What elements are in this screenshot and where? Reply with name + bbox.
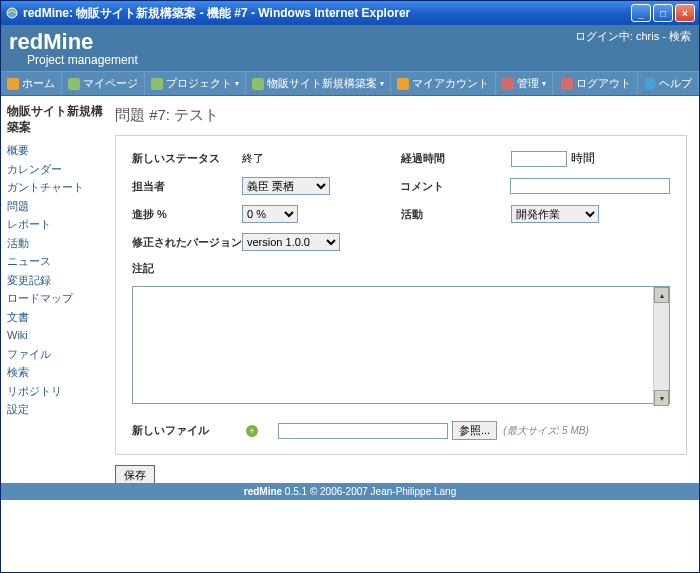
scrollbar[interactable]: ▴ ▾ [653, 287, 669, 406]
projects-icon [151, 78, 163, 90]
menu-home[interactable]: ホーム [1, 72, 62, 95]
myaccount-icon [397, 78, 409, 90]
comment-input[interactable] [510, 178, 670, 194]
sidebar-title: 物販サイト新規構築案 [7, 104, 103, 135]
issue-form: 新しいステータス 終了 経過時間 時間 担当者 義臣 栗栖 [115, 135, 687, 455]
app-header: ログイン中: chris - 検索 redMine Project manage… [1, 25, 699, 71]
sidebar-item[interactable]: カレンダー [7, 160, 103, 179]
menu-myaccount[interactable]: マイアカウント [391, 72, 496, 95]
current-user-link[interactable]: chris [636, 30, 659, 42]
main-menu: ホーム マイページ プロジェクト▾ 物販サイト新規構築案▾ マイアカウント 管理… [1, 71, 699, 96]
sidebar-item[interactable]: Wiki [7, 326, 103, 345]
mypage-icon [68, 78, 80, 90]
label-elapsed: 経過時間 [401, 151, 511, 166]
home-icon [7, 78, 19, 90]
footer-text: 0.5.1 © 2006-2007 Jean-Philippe Lang [282, 486, 456, 497]
window-minimize-button[interactable]: _ [631, 4, 651, 22]
add-file-icon[interactable]: + [246, 425, 258, 437]
hours-unit: 時間 [571, 150, 595, 167]
menu-projects-label: プロジェクト [166, 76, 232, 91]
ie-icon [5, 6, 19, 20]
sidebar-item[interactable]: ロードマップ [7, 289, 103, 308]
menu-projects[interactable]: プロジェクト▾ [145, 72, 246, 95]
sidebar-item[interactable]: 問題 [7, 197, 103, 216]
menu-logout[interactable]: ログアウト [555, 72, 638, 95]
admin-icon [502, 78, 514, 90]
chevron-down-icon: ▾ [380, 79, 384, 88]
menu-admin[interactable]: 管理▾ [496, 72, 553, 95]
version-select[interactable]: version 1.0.0 [242, 233, 340, 251]
progress-select[interactable]: 0 % [242, 205, 298, 223]
window-close-button[interactable]: × [675, 4, 695, 22]
assignee-select[interactable]: 義臣 栗栖 [242, 177, 330, 195]
sidebar-item[interactable]: レポート [7, 215, 103, 234]
window-title: redMine: 物販サイト新規構築案 - 機能 #7 - Windows In… [23, 5, 631, 22]
menu-subproject[interactable]: 物販サイト新規構築案▾ [246, 72, 391, 95]
scroll-up-icon[interactable]: ▴ [654, 287, 669, 303]
sidebar-item[interactable]: 概要 [7, 141, 103, 160]
sidebar-item[interactable]: 変更記録 [7, 271, 103, 290]
label-status: 新しいステータス [132, 151, 242, 166]
elapsed-input[interactable] [511, 151, 567, 167]
help-icon [644, 78, 656, 90]
label-notes: 注記 [132, 261, 242, 276]
label-assignee: 担当者 [132, 179, 242, 194]
app-subtitle: Project management [27, 53, 691, 67]
chevron-down-icon: ▾ [235, 79, 239, 88]
search-link[interactable]: 検索 [669, 30, 691, 42]
menu-home-label: ホーム [22, 76, 55, 91]
menu-logout-label: ログアウト [576, 76, 631, 91]
menu-help[interactable]: ヘルプ [638, 72, 699, 95]
sidebar-item[interactable]: ファイル [7, 345, 103, 364]
status-value: 終了 [242, 151, 264, 166]
menu-help-label: ヘルプ [659, 76, 692, 91]
label-progress: 進捗 % [132, 207, 242, 222]
menu-myaccount-label: マイアカウント [412, 76, 489, 91]
sidebar-item[interactable]: 設定 [7, 400, 103, 419]
sidebar: 物販サイト新規構築案 概要 カレンダー ガントチャート 問題 レポート 活動 ニ… [1, 96, 109, 483]
activity-select[interactable]: 開発作業 [511, 205, 599, 223]
save-button[interactable]: 保存 [115, 465, 155, 483]
chevron-down-icon: ▾ [542, 79, 546, 88]
sidebar-item[interactable]: ニュース [7, 252, 103, 271]
window-titlebar: redMine: 物販サイト新規構築案 - 機能 #7 - Windows In… [1, 1, 699, 25]
menu-mypage-label: マイページ [83, 76, 138, 91]
menu-mypage[interactable]: マイページ [62, 72, 145, 95]
logout-icon [561, 78, 573, 90]
label-newfile: 新しいファイル [132, 423, 242, 438]
sidebar-item[interactable]: 活動 [7, 234, 103, 253]
maxsize-hint: (最大サイズ: 5 MB) [503, 424, 589, 438]
user-info: ログイン中: chris - 検索 [575, 29, 691, 44]
browse-button[interactable]: 参照... [452, 421, 497, 440]
main-content: 問題 #7: テスト 新しいステータス 終了 経過時間 時間 [109, 96, 699, 483]
file-input[interactable] [278, 423, 448, 439]
sidebar-item[interactable]: 文書 [7, 308, 103, 327]
sidebar-item[interactable]: ガントチャート [7, 178, 103, 197]
footer: redMine 0.5.1 © 2006-2007 Jean-Philippe … [1, 483, 699, 500]
label-fixed-version: 修正されたバージョン [132, 235, 242, 250]
scroll-down-icon[interactable]: ▾ [654, 390, 669, 406]
label-comment: コメント [400, 179, 510, 194]
window-maximize-button[interactable]: □ [653, 4, 673, 22]
notes-textarea[interactable] [132, 286, 670, 404]
footer-app: redMine [244, 486, 282, 497]
sidebar-item[interactable]: 検索 [7, 363, 103, 382]
menu-subproject-label: 物販サイト新規構築案 [267, 76, 377, 91]
bottom-gap [1, 500, 699, 572]
menu-admin-label: 管理 [517, 76, 539, 91]
subproject-icon [252, 78, 264, 90]
label-activity: 活動 [401, 207, 511, 222]
issue-heading: 問題 #7: テスト [115, 106, 687, 125]
sidebar-item[interactable]: リポジトリ [7, 382, 103, 401]
login-prefix: ログイン中: [575, 30, 636, 42]
